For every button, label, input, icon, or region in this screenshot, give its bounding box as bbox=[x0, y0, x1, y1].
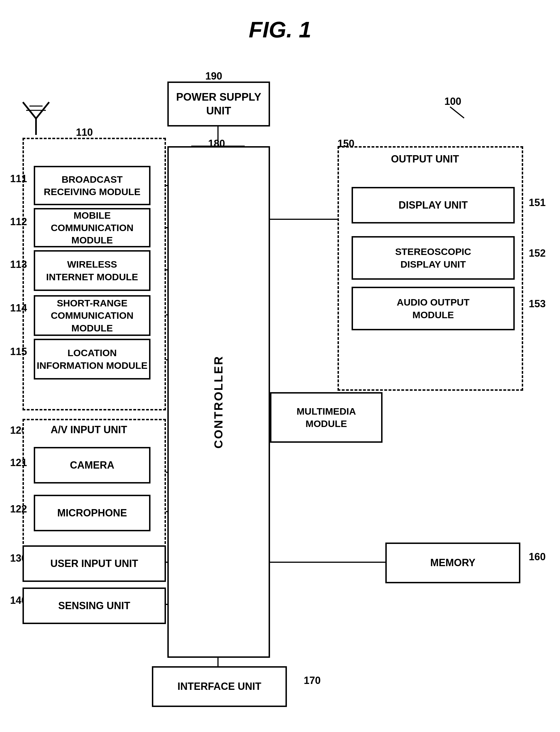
mobile-comm-box: MOBILE COMMUNICATION MODULE bbox=[34, 208, 150, 247]
ref-122: 122 bbox=[10, 503, 27, 515]
ref-115: 115 bbox=[10, 346, 27, 358]
svg-line-32 bbox=[450, 107, 464, 118]
ref-100: 100 bbox=[444, 96, 461, 107]
sensing-unit-box: SENSING UNIT bbox=[23, 587, 166, 624]
av-input-dashed bbox=[23, 419, 166, 565]
ref-153: 153 bbox=[529, 298, 546, 310]
multimedia-module-box: MULTIMEDIA MODULE bbox=[270, 392, 383, 443]
ref-170: 170 bbox=[304, 675, 321, 686]
ref-111: 111 bbox=[10, 173, 27, 185]
location-info-box: LOCATION INFORMATION MODULE bbox=[34, 339, 150, 379]
ref-190: 190 bbox=[205, 70, 222, 82]
user-input-box: USER INPUT UNIT bbox=[23, 545, 166, 582]
memory-box: MEMORY bbox=[385, 542, 520, 583]
ref-110: 110 bbox=[76, 127, 93, 138]
ref-112: 112 bbox=[10, 216, 27, 228]
broadcast-receiving-box: BROADCAST RECEIVING MODULE bbox=[34, 166, 150, 205]
interface-unit-box: INTERFACE UNIT bbox=[152, 666, 287, 707]
ref-152: 152 bbox=[529, 247, 546, 259]
ref-114: 114 bbox=[10, 302, 27, 314]
ref-160: 160 bbox=[529, 551, 546, 563]
display-unit-box: DISPLAY UNIT bbox=[352, 187, 515, 224]
short-range-box: SHORT-RANGE COMMUNICATION MODULE bbox=[34, 295, 150, 336]
wireless-internet-box: WIRELESS INTERNET MODULE bbox=[34, 250, 150, 291]
ref-151: 151 bbox=[529, 197, 546, 209]
diagram: FIG. 1 bbox=[0, 0, 560, 732]
ref-113: 113 bbox=[10, 259, 27, 271]
av-input-label: A/V INPUT UNIT bbox=[51, 424, 127, 436]
power-supply-box: POWER SUPPLY UNIT bbox=[167, 82, 270, 127]
microphone-box: MICROPHONE bbox=[34, 495, 150, 531]
ref-121: 121 bbox=[10, 457, 27, 468]
controller-box: CONTROLLER bbox=[167, 146, 270, 658]
output-unit-label: OUTPUT UNIT bbox=[391, 153, 459, 165]
camera-box: CAMERA bbox=[34, 447, 150, 483]
figure-title: FIG. 1 bbox=[249, 17, 311, 43]
stereoscopic-display-box: STEREOSCOPIC DISPLAY UNIT bbox=[352, 236, 515, 280]
antenna-icon bbox=[19, 96, 53, 135]
audio-output-box: AUDIO OUTPUT MODULE bbox=[352, 287, 515, 330]
ref-150: 150 bbox=[338, 138, 354, 150]
